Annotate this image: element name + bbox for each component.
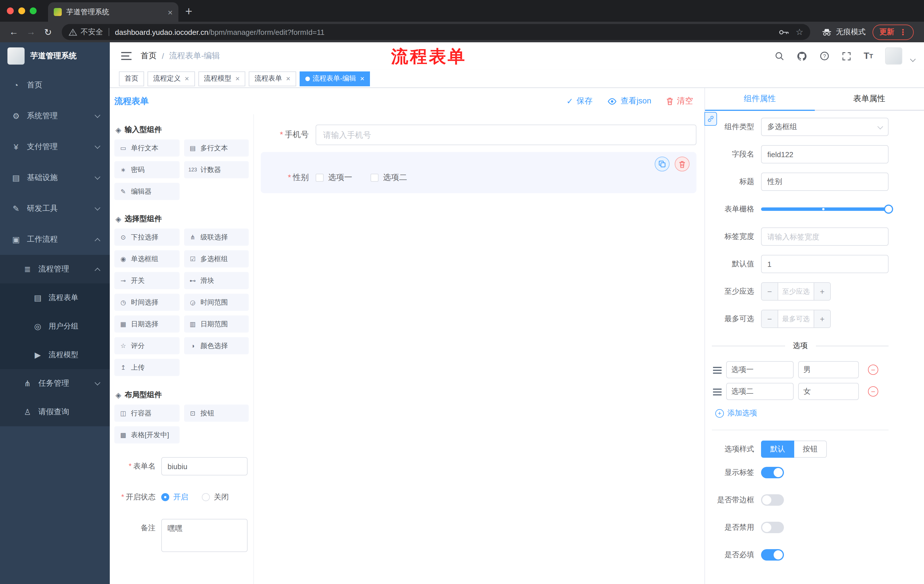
field-name-input[interactable] — [761, 145, 889, 163]
border-switch[interactable] — [761, 494, 784, 506]
minus-button[interactable]: − — [762, 310, 778, 327]
comp-checkbox-group[interactable]: ☑多选框组 — [184, 250, 249, 267]
style-button-button[interactable]: 按钮 — [794, 441, 827, 458]
tab-form-props[interactable]: 表单属性 — [815, 88, 924, 110]
required-switch[interactable] — [761, 549, 784, 561]
sidebar-item-process-model[interactable]: ▶ 流程模型 — [0, 341, 110, 369]
min-select-value[interactable]: 至少应选 — [778, 283, 813, 300]
status-off-radio[interactable]: 关闭 — [202, 492, 229, 502]
drag-handle-icon[interactable] — [713, 388, 722, 395]
comp-editor[interactable]: ✎编辑器 — [114, 183, 179, 200]
zoom-window-button[interactable] — [30, 7, 36, 14]
close-icon[interactable]: × — [286, 75, 290, 82]
close-icon[interactable]: × — [360, 75, 365, 82]
copy-component-button[interactable] — [655, 156, 670, 171]
comp-counter[interactable]: 123计数器 — [184, 161, 249, 178]
sidebar-item-payment-management[interactable]: ¥ 支付管理 — [0, 132, 110, 162]
form-name-input[interactable] — [161, 457, 248, 475]
sidebar-item-process-management[interactable]: ≣ 流程管理 — [0, 255, 110, 283]
close-icon[interactable]: × — [185, 75, 189, 82]
clear-button[interactable]: 清空 — [666, 96, 693, 106]
slider-handle[interactable] — [884, 204, 893, 214]
font-size-icon[interactable]: TT — [864, 51, 873, 61]
sidebar-item-home[interactable]: ◔ 首页 — [0, 70, 110, 100]
label-width-input[interactable] — [761, 227, 889, 246]
tab-close-icon[interactable]: × — [168, 8, 173, 16]
app-logo[interactable]: 芋道管理系统 — [0, 42, 110, 70]
tag-home[interactable]: 首页 — [119, 71, 144, 86]
sidebar-item-workflow[interactable]: ▣ 工作流程 — [0, 224, 110, 255]
comp-time-picker[interactable]: ◷时间选择 — [114, 294, 179, 311]
address-bar[interactable]: 不安全 dashboard.yudao.iocoder.cn/bpm/manag… — [62, 24, 810, 40]
max-select-value[interactable]: 最多可选 — [778, 310, 813, 327]
close-icon[interactable]: × — [235, 75, 239, 82]
sidebar-item-system-management[interactable]: ⚙ 系统管理 — [0, 100, 110, 132]
sidebar-item-task-management[interactable]: ⋔ 任务管理 — [0, 369, 110, 398]
option-label-input[interactable] — [726, 361, 794, 378]
delete-component-button[interactable] — [675, 156, 690, 171]
form-grid-slider[interactable] — [761, 200, 889, 218]
tag-process-definition[interactable]: 流程定义 × — [147, 71, 195, 86]
close-window-button[interactable] — [7, 7, 14, 14]
password-key-icon[interactable] — [779, 29, 789, 35]
plus-button[interactable]: + — [813, 283, 830, 300]
back-button[interactable]: ← — [6, 24, 22, 40]
component-type-select[interactable]: 多选框组 — [761, 118, 889, 136]
comp-table[interactable]: ▩表格[开发中] — [114, 426, 179, 443]
forward-button[interactable]: → — [23, 24, 39, 40]
tag-process-form-edit[interactable]: 流程表单-编辑 × — [300, 71, 370, 86]
comp-row-container[interactable]: ◫行容器 — [114, 405, 179, 422]
sidebar-item-process-form[interactable]: ▤ 流程表单 — [0, 283, 110, 312]
sidebar-toggle-icon[interactable] — [121, 52, 132, 60]
sidebar-item-leave-query[interactable]: ♙ 请假查询 — [0, 398, 110, 426]
comp-switch[interactable]: ⊸开关 — [114, 272, 179, 289]
style-default-button[interactable]: 默认 — [761, 441, 794, 458]
title-input[interactable] — [761, 173, 889, 191]
sidebar-item-dev-tools[interactable]: ✎ 研发工具 — [0, 193, 110, 224]
show-label-switch[interactable] — [761, 467, 784, 478]
tag-process-form[interactable]: 流程表单 × — [249, 71, 296, 86]
plus-button[interactable]: + — [813, 310, 830, 327]
bookmark-star-icon[interactable]: ☆ — [795, 27, 804, 37]
github-icon[interactable] — [797, 51, 808, 61]
minus-button[interactable]: − — [762, 283, 778, 300]
new-tab-button[interactable]: + — [185, 5, 192, 17]
sidebar-item-user-groups[interactable]: ◎ 用户分组 — [0, 312, 110, 341]
comp-color-picker[interactable]: ◑颜色选择 — [184, 337, 249, 354]
comp-rate[interactable]: ☆评分 — [114, 337, 179, 354]
option-label-input[interactable] — [726, 383, 794, 400]
comp-cascader[interactable]: ⋔级联选择 — [184, 229, 249, 246]
sidebar-item-infrastructure[interactable]: ▤ 基础设施 — [0, 162, 110, 193]
update-button[interactable]: 更新 ⋮ — [873, 24, 914, 40]
browser-tab[interactable]: 芋道管理系统 × — [48, 2, 178, 22]
disabled-switch[interactable] — [761, 522, 784, 533]
comp-single-line-text[interactable]: ▭单行文本 — [114, 140, 179, 156]
browser-menu-icon[interactable]: ⋮ — [899, 28, 907, 36]
status-on-radio[interactable]: 开启 — [161, 492, 188, 502]
minimize-window-button[interactable] — [18, 7, 25, 14]
drag-handle-icon[interactable] — [713, 367, 722, 373]
comp-slider[interactable]: ⊷滑块 — [184, 272, 249, 289]
save-button[interactable]: ✓ 保存 — [566, 96, 592, 106]
link-icon[interactable] — [705, 112, 717, 126]
option-value-input[interactable] — [798, 361, 859, 378]
remove-option-button[interactable]: − — [868, 386, 878, 396]
phone-field-row[interactable]: 手机号 — [261, 125, 696, 145]
avatar[interactable] — [885, 48, 902, 64]
comp-time-range[interactable]: ◶时间范围 — [184, 294, 249, 311]
view-json-button[interactable]: 查看json — [607, 96, 651, 106]
breadcrumb-home[interactable]: 首页 — [141, 51, 157, 61]
comp-select[interactable]: ⊙下拉选择 — [114, 229, 179, 246]
comp-multi-line-text[interactable]: ▤多行文本 — [184, 140, 249, 156]
reload-button[interactable]: ↻ — [40, 24, 56, 40]
search-icon[interactable] — [775, 51, 785, 61]
fullscreen-icon[interactable] — [842, 51, 852, 61]
gender-option-1-checkbox[interactable]: 选项一 — [316, 173, 352, 183]
tag-process-model[interactable]: 流程模型 × — [198, 71, 245, 86]
comp-radio-group[interactable]: ◉单选框组 — [114, 250, 179, 267]
form-remark-textarea[interactable]: 嘿嘿 — [161, 519, 248, 552]
comp-button[interactable]: ⊡按钮 — [184, 405, 249, 422]
remove-option-button[interactable]: − — [868, 365, 878, 375]
default-value-input[interactable] — [761, 255, 889, 273]
comp-upload[interactable]: ↥上传 — [114, 359, 179, 376]
